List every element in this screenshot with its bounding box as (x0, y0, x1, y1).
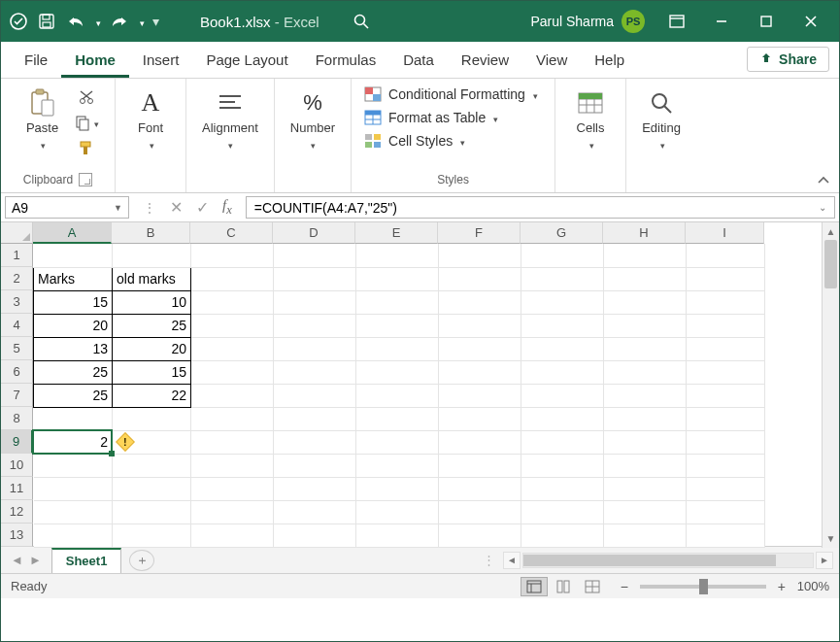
cell[interactable] (356, 337, 439, 360)
tab-review[interactable]: Review (448, 44, 522, 78)
cell[interactable] (439, 244, 521, 267)
cell[interactable] (604, 314, 687, 337)
clipboard-dialog-launcher[interactable] (79, 173, 92, 186)
cell[interactable] (521, 267, 604, 290)
cell[interactable]: 2 (34, 430, 113, 454)
add-sheet-button[interactable]: ＋ (129, 550, 154, 571)
cell[interactable] (356, 407, 439, 430)
cell[interactable] (521, 337, 604, 360)
column-header[interactable]: B (112, 222, 190, 244)
qat-customize-dropdown[interactable] (138, 14, 145, 29)
cell[interactable] (521, 454, 604, 477)
view-normal-button[interactable] (521, 577, 548, 596)
strip-splitter[interactable]: ⋮ (475, 553, 503, 567)
column-header[interactable]: E (355, 222, 438, 244)
cell[interactable] (356, 384, 439, 407)
zoom-in-button[interactable]: + (774, 579, 790, 594)
cell[interactable] (687, 407, 765, 430)
cell[interactable] (274, 407, 356, 430)
cell[interactable]: Marks (34, 267, 113, 290)
tab-formulas[interactable]: Formulas (302, 44, 390, 78)
row-header[interactable]: 4 (1, 314, 33, 337)
save-button[interactable] (36, 11, 57, 32)
cell[interactable] (113, 500, 191, 524)
cell[interactable] (439, 290, 521, 314)
cell[interactable] (521, 360, 604, 384)
zoom-level[interactable]: 100% (797, 579, 829, 593)
cell[interactable] (191, 524, 274, 547)
row-header[interactable]: 9 (1, 430, 33, 454)
cell[interactable] (604, 337, 687, 360)
row-header[interactable]: 6 (1, 360, 33, 384)
cell[interactable]: 20 (113, 337, 191, 360)
cell[interactable] (191, 314, 274, 337)
cell[interactable] (687, 337, 765, 360)
cell[interactable] (604, 407, 687, 430)
ribbon-display-options[interactable] (655, 1, 699, 42)
cell[interactable] (439, 524, 521, 547)
cell[interactable] (113, 524, 191, 547)
row-header[interactable]: 12 (1, 500, 33, 524)
font-dropdown[interactable]: A Font (125, 84, 176, 153)
column-header[interactable]: H (603, 222, 686, 244)
cell[interactable]: 25 (113, 314, 191, 337)
expand-formula-bar[interactable]: ⌄ (819, 202, 826, 213)
row-header[interactable]: 8 (1, 407, 33, 430)
formula-input[interactable]: =COUNTIF(A4:A7,"25") ⌄ (246, 196, 835, 219)
row-header[interactable]: 11 (1, 477, 33, 500)
cell[interactable] (439, 267, 521, 290)
cell[interactable] (604, 477, 687, 500)
cell[interactable] (274, 430, 356, 454)
cell[interactable] (687, 290, 765, 314)
qat-overflow[interactable]: ▾ (152, 14, 159, 29)
cell[interactable] (191, 500, 274, 524)
cells-dropdown[interactable]: Cells (565, 84, 616, 153)
cell[interactable] (191, 337, 274, 360)
row-header[interactable]: 2 (1, 267, 33, 290)
cell[interactable] (356, 477, 439, 500)
share-button[interactable]: Share (747, 47, 829, 72)
view-page-layout-button[interactable] (550, 577, 577, 596)
cell[interactable] (604, 430, 687, 454)
cell[interactable] (521, 314, 604, 337)
cell[interactable] (356, 430, 439, 454)
cell[interactable] (604, 267, 687, 290)
cell[interactable] (274, 337, 356, 360)
zoom-out-button[interactable]: − (617, 579, 632, 594)
cell[interactable] (113, 407, 191, 430)
name-box[interactable]: A9 ▼ (5, 196, 129, 219)
cell[interactable] (356, 360, 439, 384)
cell[interactable] (113, 477, 191, 500)
cell[interactable] (356, 290, 439, 314)
error-trace-smarttag[interactable]: ! (116, 432, 135, 452)
cell[interactable] (274, 384, 356, 407)
row-header[interactable]: 13 (1, 524, 33, 547)
cell[interactable] (439, 360, 521, 384)
cell[interactable] (356, 500, 439, 524)
cell[interactable] (356, 267, 439, 290)
cell[interactable] (521, 524, 604, 547)
view-page-break-button[interactable] (579, 577, 606, 596)
cell[interactable]: 10 (113, 290, 191, 314)
cell[interactable] (687, 384, 765, 407)
cell[interactable] (274, 454, 356, 477)
cell[interactable]: 25 (34, 360, 113, 384)
cell-styles-button[interactable]: Cell Styles (361, 131, 545, 151)
cell[interactable] (521, 244, 604, 267)
tab-file[interactable]: File (11, 44, 61, 78)
row-header[interactable]: 3 (1, 290, 33, 314)
zoom-slider[interactable] (640, 585, 766, 589)
enter-button[interactable]: ✓ (196, 198, 209, 217)
sheet-nav-next[interactable]: ► (29, 553, 42, 567)
column-header[interactable]: G (521, 222, 603, 244)
vscroll-thumb[interactable] (824, 240, 837, 288)
cell[interactable] (356, 314, 439, 337)
cell[interactable] (34, 407, 113, 430)
select-all-corner[interactable] (1, 222, 33, 244)
cell[interactable] (604, 500, 687, 524)
cell[interactable] (274, 524, 356, 547)
column-header[interactable]: F (438, 222, 521, 244)
tab-home[interactable]: Home (61, 44, 129, 78)
column-header[interactable]: C (190, 222, 273, 244)
cancel-button[interactable]: ✕ (170, 198, 183, 217)
